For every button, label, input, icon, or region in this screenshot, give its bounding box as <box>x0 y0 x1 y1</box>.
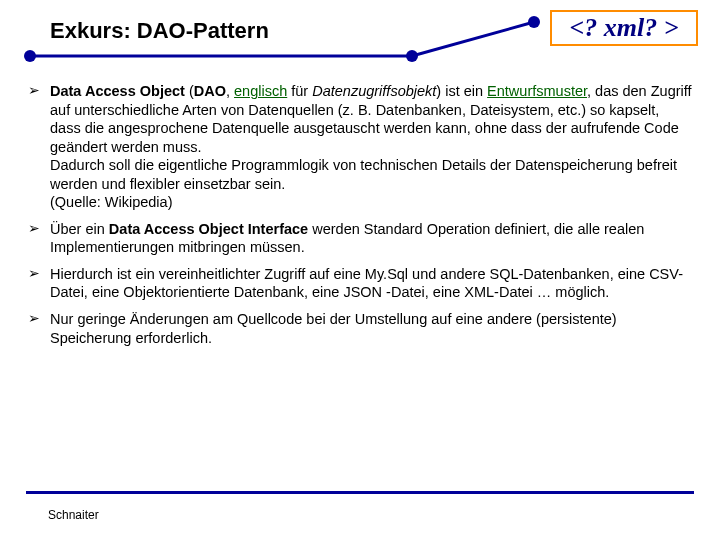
bullet-item: Nur geringe Änderungen am Quellcode bei … <box>28 310 692 347</box>
text-run: Datenzugriffsobjekt <box>312 83 436 99</box>
text-run: Data Access Object Interface <box>109 221 308 237</box>
bullet-item: Hierdurch ist ein vereinheitlichter Zugr… <box>28 265 692 302</box>
text-run: Dadurch soll die eigentliche Programmlog… <box>50 157 677 192</box>
text-run: Über ein <box>50 221 109 237</box>
footer-rule <box>26 491 694 494</box>
xml-badge: <? xml? > <box>550 10 698 46</box>
text-run: Nur geringe Änderungen am Quellcode bei … <box>50 311 617 346</box>
slide-body: Data Access Object (DAO, englisch für Da… <box>28 82 692 355</box>
bullet-item: Data Access Object (DAO, englisch für Da… <box>28 82 692 212</box>
slide: Exkurs: DAO-Pattern <? xml? > Data Acces… <box>0 0 720 540</box>
bullet-item: Über ein Data Access Object Interface we… <box>28 220 692 257</box>
text-run: Hierdurch ist ein vereinheitlichter Zugr… <box>50 266 683 301</box>
text-run: ) ist ein <box>436 83 487 99</box>
text-link[interactable]: englisch <box>234 83 287 99</box>
connector-line <box>22 32 552 60</box>
text-run: DAO <box>194 83 226 99</box>
text-run: für <box>287 83 312 99</box>
footer-author: Schnaiter <box>48 508 99 522</box>
svg-point-2 <box>24 50 36 62</box>
svg-point-4 <box>528 16 540 28</box>
text-run: , <box>226 83 234 99</box>
text-link[interactable]: Entwurfsmuster <box>487 83 587 99</box>
bullet-list: Data Access Object (DAO, englisch für Da… <box>28 82 692 347</box>
text-run: ( <box>185 83 194 99</box>
svg-line-1 <box>412 22 534 56</box>
text-run: (Quelle: Wikipedia) <box>50 194 173 210</box>
svg-point-3 <box>406 50 418 62</box>
text-run: Data Access Object <box>50 83 185 99</box>
slide-header: Exkurs: DAO-Pattern <? xml? > <box>0 0 720 60</box>
